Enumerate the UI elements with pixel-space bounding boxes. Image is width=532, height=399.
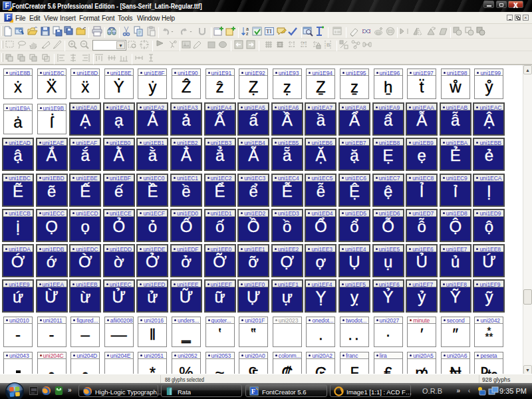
svg-text:F: F <box>251 388 255 395</box>
